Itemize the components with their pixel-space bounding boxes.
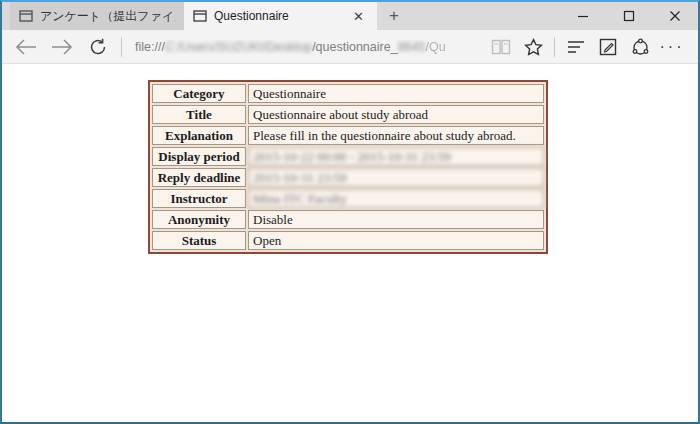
- divider: [554, 37, 555, 57]
- tab-questionnaire[interactable]: Questionnaire ✕: [184, 2, 377, 30]
- table-row: AnonymityDisable: [152, 210, 544, 229]
- close-icon[interactable]: [652, 2, 698, 30]
- web-note-pen-icon[interactable]: [592, 30, 624, 64]
- tab-title: アンケート（提出ファイルの保存: [40, 8, 175, 25]
- row-label: Display period: [152, 147, 246, 166]
- browser-window: アンケート（提出ファイルの保存 Questionnaire ✕ +: [0, 0, 700, 424]
- page-content: CategoryQuestionnaireTitleQuestionnaire …: [2, 64, 698, 422]
- maximize-icon[interactable]: [606, 2, 652, 30]
- reading-view-icon[interactable]: [485, 30, 517, 64]
- url-blurred-id: 8645: [398, 40, 426, 54]
- row-value: 2015-10-22 00:00 - 2015-10-31 23:59: [248, 147, 544, 166]
- page-icon: [19, 10, 33, 22]
- table-row: CategoryQuestionnaire: [152, 84, 544, 103]
- row-label: Status: [152, 231, 246, 250]
- table-row: ExplanationPlease fill in the questionna…: [152, 126, 544, 145]
- tab-bar: アンケート（提出ファイルの保存 Questionnaire ✕ +: [2, 2, 698, 30]
- row-value: 2015-10-31 23:59: [248, 168, 544, 187]
- row-label: Reply deadline: [152, 168, 246, 187]
- questionnaire-table: CategoryQuestionnaireTitleQuestionnaire …: [148, 80, 548, 254]
- row-value: Disable: [248, 210, 544, 229]
- row-label: Title: [152, 105, 246, 124]
- table-row: InstructorMina ITC Faculty: [152, 189, 544, 208]
- row-value: Open: [248, 231, 544, 250]
- row-value: Mina ITC Faculty: [248, 189, 544, 208]
- tab-questionnaire-save[interactable]: アンケート（提出ファイルの保存: [10, 2, 184, 30]
- table-row: Reply deadline2015-10-31 23:59: [152, 168, 544, 187]
- back-icon[interactable]: [8, 30, 44, 64]
- row-label: Anonymity: [152, 210, 246, 229]
- tab-close-icon[interactable]: ✕: [349, 9, 368, 24]
- table-row: StatusOpen: [152, 231, 544, 250]
- url-mid: /questionnaire_: [312, 40, 397, 54]
- minimize-icon[interactable]: [560, 2, 606, 30]
- url-prefix: file:///: [135, 40, 165, 54]
- divider: [121, 37, 122, 57]
- url-tail: /Qu: [425, 40, 445, 54]
- favorites-star-icon[interactable]: [517, 30, 549, 64]
- toolbar-icons: ···: [485, 30, 688, 64]
- more-ellipsis-icon[interactable]: ···: [656, 30, 688, 64]
- row-value: Questionnaire about study abroad: [248, 105, 544, 124]
- tab-title: Questionnaire: [214, 9, 342, 23]
- row-label: Category: [152, 84, 246, 103]
- hub-icon[interactable]: [560, 30, 592, 64]
- page-icon: [193, 10, 207, 22]
- table-row: Display period2015-10-22 00:00 - 2015-10…: [152, 147, 544, 166]
- window-controls: [560, 2, 698, 30]
- row-value: Please fill in the questionnaire about s…: [248, 126, 544, 145]
- forward-icon[interactable]: [44, 30, 80, 64]
- row-value: Questionnaire: [248, 84, 544, 103]
- refresh-icon[interactable]: [80, 30, 116, 64]
- new-tab-button[interactable]: +: [377, 2, 411, 30]
- questionnaire-table-body: CategoryQuestionnaireTitleQuestionnaire …: [152, 84, 544, 250]
- row-label: Explanation: [152, 126, 246, 145]
- table-row: TitleQuestionnaire about study abroad: [152, 105, 544, 124]
- address-bar[interactable]: file:///C:/Users/SUZUKI/Desktop/question…: [127, 40, 485, 54]
- navigation-bar: file:///C:/Users/SUZUKI/Desktop/question…: [2, 30, 698, 64]
- row-label: Instructor: [152, 189, 246, 208]
- share-icon[interactable]: [624, 30, 656, 64]
- url-blurred-path: C:/Users/SUZUKI/Desktop: [165, 40, 312, 54]
